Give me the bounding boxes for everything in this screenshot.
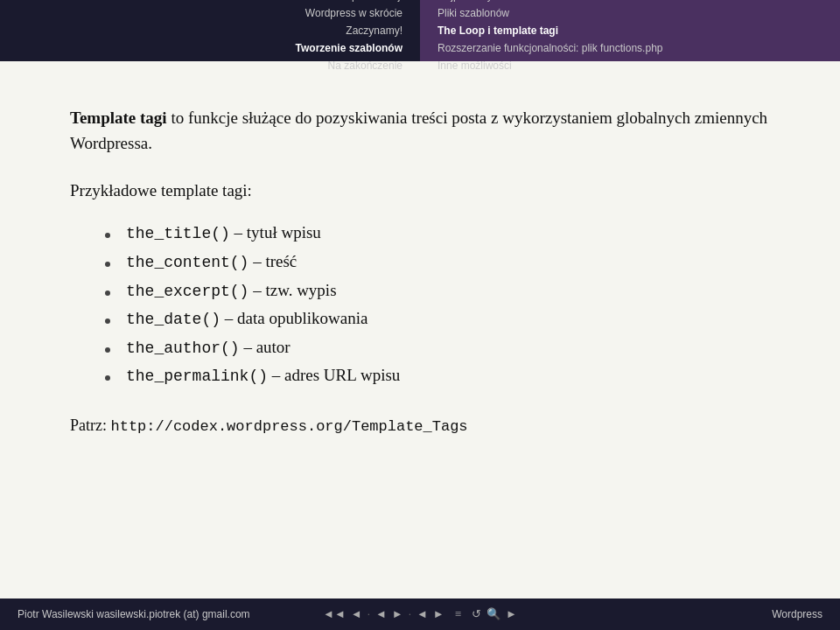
nav-prev-icon[interactable]: ◄	[351, 607, 362, 621]
bullet-dot-5	[105, 347, 110, 353]
list-item-excerpt: the_excerpt() – tzw. wypis	[105, 276, 770, 305]
list-item-content: the_content() – treść	[105, 248, 770, 276]
nav-sep-1: ·	[368, 607, 370, 621]
reference-url[interactable]: http://codex.wordpress.org/Template_Tags	[111, 418, 468, 435]
nav-item-theloop[interactable]: The Loop i template tagi	[438, 23, 558, 38]
list-item-title: the_title() – tytuł wpisu	[105, 219, 770, 248]
nav-next2-icon[interactable]: ►	[392, 607, 403, 621]
list-item-title-text: the_title() – tytuł wpisu	[126, 219, 321, 248]
dash-1: –	[253, 252, 262, 270]
header-left-nav: Plan prezentacji Wordpress w skrócie Zac…	[0, 0, 420, 61]
nav-item-zakonczenie[interactable]: Na zakończenie	[328, 58, 402, 74]
bullet-dot-6	[105, 375, 110, 381]
footer-bar: Piotr Wasilewski wasilewski.piotrek (at)…	[0, 598, 840, 630]
dash-2: –	[253, 281, 262, 299]
code-the-author: the_author()	[126, 340, 240, 357]
desc-5: adres URL wpisu	[284, 366, 400, 384]
nav-item-wordpress[interactable]: Wordpress w skrócie	[305, 5, 402, 21]
bullet-dot-2	[105, 262, 110, 267]
header-bar: Plan prezentacji Wordpress w skrócie Zac…	[0, 0, 840, 61]
reference-prefix: Patrz:	[70, 416, 111, 434]
nav-prev3-icon[interactable]: ◄	[416, 607, 428, 621]
code-the-permalink: the_permalink()	[126, 368, 268, 385]
dash-3: –	[225, 309, 234, 327]
nav-item-najprostszy[interactable]: Najprostszy szablon	[438, 0, 531, 4]
nav-sep-2: ·	[409, 607, 411, 621]
dash-4: –	[243, 338, 252, 356]
nav-item-rozszerzanie[interactable]: Rozszerzanie funkcjonalności: plik funct…	[438, 40, 662, 56]
list-item-author-text: the_author() – autor	[126, 333, 290, 362]
intro-rest-text: to funkcje służące do pozyskiwania treśc…	[70, 108, 767, 152]
nav-item-plan[interactable]: Plan prezentacji	[328, 0, 402, 4]
nav-refresh-icon[interactable]: ↺	[472, 607, 481, 621]
nav-next-icon[interactable]: ►	[506, 607, 517, 621]
dash-5: –	[272, 366, 281, 384]
list-item-author: the_author() – autor	[105, 333, 770, 362]
bullet-dot-3	[105, 290, 110, 296]
intro-bold-text: Template tagi	[70, 108, 167, 127]
code-the-excerpt: the_excerpt()	[126, 283, 248, 300]
code-the-content: the_content()	[126, 254, 248, 271]
intro-paragraph: Template tagi to funkcje służące do pozy…	[70, 105, 770, 157]
desc-3: data opublikowania	[237, 309, 368, 327]
nav-prev2-icon[interactable]: ◄	[375, 607, 387, 621]
desc-0: tytuł wpisu	[247, 223, 321, 242]
nav-item-pliki[interactable]: Pliki szablonów	[438, 5, 509, 21]
list-item-permalink-text: the_permalink() – adres URL wpisu	[126, 361, 400, 390]
bullet-dot-1	[105, 233, 110, 238]
list-item-content-text: the_content() – treść	[126, 248, 297, 276]
nav-item-tworzenie[interactable]: Tworzenie szablonów	[296, 40, 402, 56]
nav-item-zaczynamy[interactable]: Zaczynamy!	[346, 23, 402, 38]
desc-1: treść	[265, 252, 297, 270]
footer-author: Piotr Wasilewski wasilewski.piotrek (at)…	[18, 608, 250, 620]
nav-search-icon[interactable]: 🔍	[486, 607, 500, 621]
list-item-date-text: the_date() – data opublikowania	[126, 304, 368, 333]
list-item-date: the_date() – data opublikowania	[105, 304, 770, 333]
nav-menu-icon[interactable]: ≡	[455, 607, 461, 621]
header-right-nav: Najprostszy szablon Pliki szablonów The …	[420, 0, 840, 61]
dash-0: –	[234, 223, 243, 242]
desc-2: tzw. wypis	[265, 281, 336, 299]
reference-line: Patrz: http://codex.wordpress.org/Templa…	[70, 416, 770, 435]
template-tags-list: the_title() – tytuł wpisu the_content() …	[70, 219, 770, 390]
footer-brand: Wordpress	[772, 608, 822, 620]
section-label: Przykładowe template tagi:	[70, 178, 770, 203]
list-item-excerpt-text: the_excerpt() – tzw. wypis	[126, 276, 337, 305]
main-content: Template tagi to funkcje służące do pozy…	[0, 61, 840, 470]
code-the-title: the_title()	[126, 225, 230, 242]
nav-next3-icon[interactable]: ►	[433, 607, 444, 621]
list-item-permalink: the_permalink() – adres URL wpisu	[105, 361, 770, 390]
code-the-date: the_date()	[126, 311, 220, 328]
nav-item-inne[interactable]: Inne możliwości	[438, 58, 512, 74]
bullet-dot-4	[105, 318, 110, 324]
desc-4: autor	[256, 338, 290, 356]
nav-first-icon[interactable]: ◄◄	[323, 607, 346, 621]
footer-navigation: ◄◄ ◄ · ◄ ► · ◄ ► ≡ ↺ 🔍 ►	[323, 607, 517, 621]
